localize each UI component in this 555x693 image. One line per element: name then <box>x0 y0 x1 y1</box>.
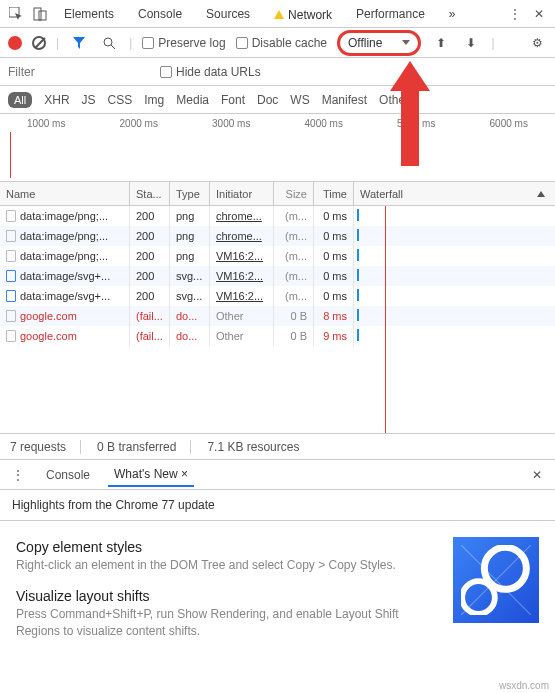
filter-all[interactable]: All <box>8 92 32 108</box>
cell-initiator[interactable]: Other <box>210 306 274 326</box>
throttle-dropdown[interactable]: Offline <box>337 30 421 56</box>
filter-icon[interactable] <box>69 33 89 53</box>
col-time[interactable]: Time <box>314 182 354 205</box>
drawer-tabbar: ⋮ Console What's New × ✕ <box>0 460 555 490</box>
tick-label: 4000 ms <box>305 118 343 129</box>
inspect-icon[interactable] <box>6 4 26 24</box>
col-type[interactable]: Type <box>170 182 210 205</box>
cell-status: 200 <box>130 266 170 286</box>
cell-initiator[interactable]: VM16:2... <box>210 246 274 266</box>
table-row[interactable]: data:image/png;...200pngchrome...(m...0 … <box>0 226 555 246</box>
filter-bar: Hide data URLs <box>0 58 555 86</box>
cell-size: (m... <box>274 206 314 226</box>
col-initiator[interactable]: Initiator <box>210 182 274 205</box>
tab-sources[interactable]: Sources <box>196 3 260 25</box>
search-icon[interactable] <box>99 33 119 53</box>
upload-icon[interactable]: ⬆ <box>431 33 451 53</box>
cell-name: data:image/png;... <box>0 206 130 226</box>
throttle-value: Offline <box>348 36 382 50</box>
tab-network[interactable]: Network <box>264 2 342 26</box>
chevron-down-icon <box>402 40 410 45</box>
file-icon <box>6 250 16 262</box>
cell-initiator[interactable]: Other <box>210 326 274 346</box>
close-devtools-icon[interactable]: ✕ <box>529 4 549 24</box>
network-table-header: Name Sta... Type Initiator Size Time Wat… <box>0 182 555 206</box>
settings-icon[interactable]: ⚙ <box>527 33 547 53</box>
cell-initiator[interactable]: chrome... <box>210 226 274 246</box>
filter-other[interactable]: Other <box>379 93 409 107</box>
network-summary: 7 requests 0 B transferred 7.1 KB resour… <box>0 434 555 460</box>
filter-xhr[interactable]: XHR <box>44 93 69 107</box>
drawer-menu-icon[interactable]: ⋮ <box>8 465 28 485</box>
load-marker-line <box>385 206 386 433</box>
table-row[interactable]: data:image/png;...200pngVM16:2...(m...0 … <box>0 246 555 266</box>
file-icon <box>6 290 16 302</box>
table-row[interactable]: data:image/svg+...200svg...VM16:2...(m..… <box>0 286 555 306</box>
tick-label: 2000 ms <box>120 118 158 129</box>
waterfall-bar <box>357 329 359 341</box>
cell-name: data:image/png;... <box>0 246 130 266</box>
filter-font[interactable]: Font <box>221 93 245 107</box>
col-status[interactable]: Sta... <box>130 182 170 205</box>
filter-ws[interactable]: WS <box>290 93 309 107</box>
table-row[interactable]: google.com(fail...do...Other0 B9 ms <box>0 326 555 346</box>
drawer-tab-whatsnew[interactable]: What's New × <box>108 463 194 487</box>
record-icon[interactable] <box>8 36 22 50</box>
table-row[interactable]: google.com(fail...do...Other0 B8 ms <box>0 306 555 326</box>
cell-initiator[interactable]: VM16:2... <box>210 266 274 286</box>
filter-js[interactable]: JS <box>82 93 96 107</box>
cell-type: do... <box>170 326 210 346</box>
tab-console[interactable]: Console <box>128 3 192 25</box>
cell-status: (fail... <box>130 326 170 346</box>
cell-time: 8 ms <box>314 306 354 326</box>
table-row[interactable]: data:image/svg+...200svg...VM16:2...(m..… <box>0 266 555 286</box>
col-waterfall[interactable]: Waterfall <box>354 182 555 205</box>
drawer-tab-console[interactable]: Console <box>40 464 96 486</box>
filter-manifest[interactable]: Manifest <box>322 93 367 107</box>
hide-data-urls-checkbox[interactable]: Hide data URLs <box>160 65 261 79</box>
waterfall-bar <box>357 309 359 321</box>
sort-indicator-icon <box>537 191 545 197</box>
tab-elements[interactable]: Elements <box>54 3 124 25</box>
waterfall-bar <box>357 249 359 261</box>
col-name[interactable]: Name <box>0 182 130 205</box>
tab-performance[interactable]: Performance <box>346 3 435 25</box>
cell-status: 200 <box>130 286 170 306</box>
filter-input[interactable] <box>8 65 148 79</box>
clear-icon[interactable] <box>32 36 46 50</box>
cell-time: 0 ms <box>314 286 354 306</box>
waterfall-bar <box>357 289 359 301</box>
close-drawer-icon[interactable]: ✕ <box>527 465 547 485</box>
file-icon <box>6 270 16 282</box>
cell-type: svg... <box>170 286 210 306</box>
cell-name: data:image/svg+... <box>0 266 130 286</box>
filter-media[interactable]: Media <box>176 93 209 107</box>
menu-icon[interactable]: ⋮ <box>505 4 525 24</box>
cell-type: svg... <box>170 266 210 286</box>
hide-data-urls-label: Hide data URLs <box>176 65 261 79</box>
filter-img[interactable]: Img <box>144 93 164 107</box>
filter-css[interactable]: CSS <box>108 93 133 107</box>
filter-doc[interactable]: Doc <box>257 93 278 107</box>
cell-size: (m... <box>274 286 314 306</box>
cell-initiator[interactable]: chrome... <box>210 206 274 226</box>
load-line <box>10 132 11 178</box>
col-size[interactable]: Size <box>274 182 314 205</box>
cell-type: png <box>170 246 210 266</box>
cell-size: (m... <box>274 266 314 286</box>
table-row[interactable]: data:image/png;...200pngchrome...(m...0 … <box>0 206 555 226</box>
cell-initiator[interactable]: VM16:2... <box>210 286 274 306</box>
whatsnew-highlights: Highlights from the Chrome 77 update <box>0 490 555 521</box>
tab-more[interactable]: » <box>439 3 466 25</box>
svg-rect-1 <box>34 8 41 20</box>
preserve-log-checkbox[interactable]: Preserve log <box>142 36 225 50</box>
tick-label: 6000 ms <box>490 118 528 129</box>
timeline-overview[interactable]: 1000 ms 2000 ms 3000 ms 4000 ms 5000 ms … <box>0 114 555 182</box>
network-rows: data:image/png;...200pngchrome...(m...0 … <box>0 206 555 434</box>
cell-status: 200 <box>130 206 170 226</box>
file-icon <box>6 330 16 342</box>
disable-cache-checkbox[interactable]: Disable cache <box>236 36 327 50</box>
download-icon[interactable]: ⬇ <box>461 33 481 53</box>
close-tab-icon[interactable]: × <box>181 467 188 481</box>
device-mode-icon[interactable] <box>30 4 50 24</box>
